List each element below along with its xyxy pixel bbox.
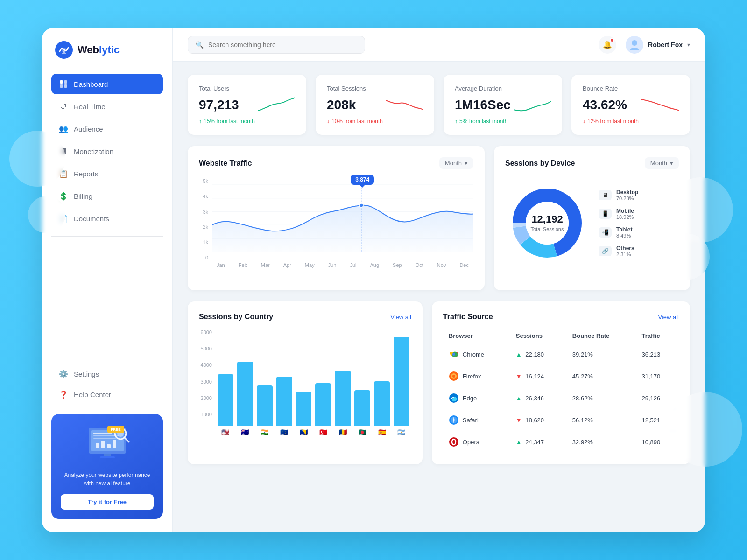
x-label-Feb: Feb: [239, 262, 247, 268]
sidebar-item-dashboard[interactable]: Dashboard: [51, 74, 163, 94]
stat-change-0: ↑ 15% from last month: [199, 118, 295, 125]
sessions-country-header: Sessions by Country View all: [199, 313, 411, 321]
bar-col-8: [374, 381, 390, 426]
bar-y-1000: 1000: [199, 412, 212, 417]
bar-flag-7: 🇧🇩: [354, 428, 370, 436]
promo-text: Analyze your website performance with ne…: [61, 471, 154, 488]
bar-y-2000: 2000: [199, 395, 212, 401]
sessions-device-filter[interactable]: Month ▾: [645, 157, 679, 169]
bar-rect-9: [394, 337, 409, 426]
sessions-country-view-all[interactable]: View all: [390, 314, 411, 321]
browser-cell-2: Edge: [443, 387, 510, 409]
billing-icon: 💲: [59, 191, 68, 201]
donut-total-value: 12,192: [531, 214, 564, 224]
line-chart-wrapper: 5k 4k 3k 2k 1k 0: [199, 176, 473, 279]
traffic-row-0: Chrome ▲ 22,180 39.21% 36,213: [443, 343, 679, 365]
bar-col-0: [218, 374, 233, 426]
svg-point-41: [452, 375, 455, 378]
traffic-source-view-all[interactable]: View all: [658, 314, 679, 321]
promo-button[interactable]: Try it for Free: [61, 494, 154, 510]
sidebar-item-monetization[interactable]: 🖥 Monetization: [51, 141, 163, 161]
sessions-trend-2: ▲: [516, 395, 522, 402]
bar-flag-3: 🇪🇺: [276, 428, 292, 436]
sessions-value-3: 18,620: [525, 417, 544, 424]
svg-rect-3: [64, 80, 67, 84]
traffic-table: BrowserSessionsBounce RateTraffic Chrome…: [443, 329, 679, 453]
nav-bottom: ⚙️ Settings ❓ Help Center: [51, 364, 163, 519]
bar-rect-2: [257, 385, 273, 426]
sidebar-item-realtime-label: Real Time: [74, 103, 106, 111]
search-input[interactable]: [208, 41, 357, 49]
sidebar-item-help[interactable]: ❓ Help Center: [51, 384, 163, 405]
sidebar-item-documents[interactable]: 📄 Documents: [51, 208, 163, 229]
stat-change-text-0: 15% from last month: [204, 118, 255, 125]
bar-flag-6: 🇷🇴: [335, 428, 351, 436]
sidebar-item-realtime[interactable]: ⏱ Real Time: [51, 96, 163, 117]
legend-item-mobile: 📱 Mobile 18.92%: [599, 208, 679, 220]
browser-cell-4: Opera: [443, 431, 510, 453]
website-traffic-card: Website Traffic Month ▾ 5k: [188, 146, 485, 290]
svg-rect-2: [60, 80, 63, 84]
traffic-table-body: Chrome ▲ 22,180 39.21% 36,213 Firefox ▼ …: [443, 343, 679, 453]
sessions-trend-1: ▼: [516, 373, 522, 380]
notification-button[interactable]: 🔔: [599, 36, 616, 54]
bounce-cell-3: 56.12%: [567, 409, 636, 431]
sidebar: Weblytic Dashboard ⏱ Real Time 👥 Audienc…: [42, 28, 173, 532]
user-profile[interactable]: Robert Fox ▾: [626, 36, 690, 54]
bar-rect-5: [315, 383, 331, 426]
legend-info-tablet: Tablet 8.49%: [616, 226, 679, 238]
stat-arrow-0: ↑: [199, 118, 202, 125]
legend-name-desktop: Desktop: [616, 189, 679, 196]
browser-cell-3: Safari: [443, 409, 510, 431]
bar-y-labels: 6000 5000 4000 3000 2000 1000: [199, 329, 216, 417]
dashboard-icon: [59, 79, 68, 89]
website-traffic-title: Website Traffic: [199, 159, 252, 168]
traffic-row-1: Firefox ▼ 16,124 45.27% 31,170: [443, 365, 679, 387]
svg-point-30: [359, 203, 363, 207]
stat-card-1: Total Sessions 208k ↓ 10% from last mont…: [316, 75, 434, 135]
promo-illustration: FREE: [79, 423, 135, 465]
th-traffic: Traffic: [636, 329, 679, 343]
y-label-5k: 5k: [199, 178, 208, 184]
traffic-row-2: Edge ▲ 26,346 28.62% 29,126: [443, 387, 679, 409]
stat-row-1: 208k: [327, 96, 423, 114]
x-label-Sep: Sep: [393, 262, 402, 268]
browser-name-3: Safari: [463, 417, 479, 424]
th-sessions: Sessions: [510, 329, 567, 343]
svg-rect-4: [60, 84, 63, 88]
donut-total-label: Total Sessions: [531, 226, 564, 232]
bounce-cell-4: 32.92%: [567, 431, 636, 453]
stat-arrow-2: ↑: [455, 118, 458, 125]
sessions-cell-4: ▲ 24,347: [510, 431, 567, 453]
svg-rect-16: [100, 456, 115, 458]
bar-y-6000: 6000: [199, 329, 212, 335]
bar-col-3: [276, 377, 292, 426]
bounce-cell-2: 28.62%: [567, 387, 636, 409]
bar-chart-bars: [216, 329, 411, 426]
x-label-Aug: Aug: [370, 262, 380, 268]
sidebar-item-settings[interactable]: ⚙️ Settings: [51, 364, 163, 384]
tooltip-value: 3,874: [351, 175, 374, 185]
svg-rect-15: [104, 454, 111, 456]
stat-label-0: Total Users: [199, 85, 295, 92]
sidebar-item-billing[interactable]: 💲 Billing: [51, 186, 163, 206]
browser-icon-safari: [449, 415, 459, 425]
sidebar-item-audience[interactable]: 👥 Audience: [51, 119, 163, 139]
browser-name-0: Chrome: [463, 351, 484, 358]
sessions-device-title: Sessions by Device: [505, 159, 575, 168]
audience-icon: 👥: [59, 124, 68, 133]
sidebar-item-reports[interactable]: 📋 Reports: [51, 163, 163, 184]
bar-flag-1: 🇦🇺: [237, 428, 253, 436]
traffic-cell-2: 29,126: [636, 387, 679, 409]
x-label-Jul: Jul: [350, 262, 356, 268]
bar-flag-9: 🇦🇷: [394, 428, 409, 436]
legend-pct-tablet: 8.49%: [616, 233, 679, 238]
search-box[interactable]: 🔍: [188, 36, 365, 54]
bar-col-7: [354, 390, 370, 426]
y-label-0: 0: [199, 255, 208, 260]
stat-sparkline-3: [641, 96, 679, 114]
decorative-bubble-3: [668, 177, 733, 243]
website-traffic-filter[interactable]: Month ▾: [439, 157, 473, 169]
svg-rect-12: [101, 441, 105, 448]
bar-rect-0: [218, 374, 233, 426]
